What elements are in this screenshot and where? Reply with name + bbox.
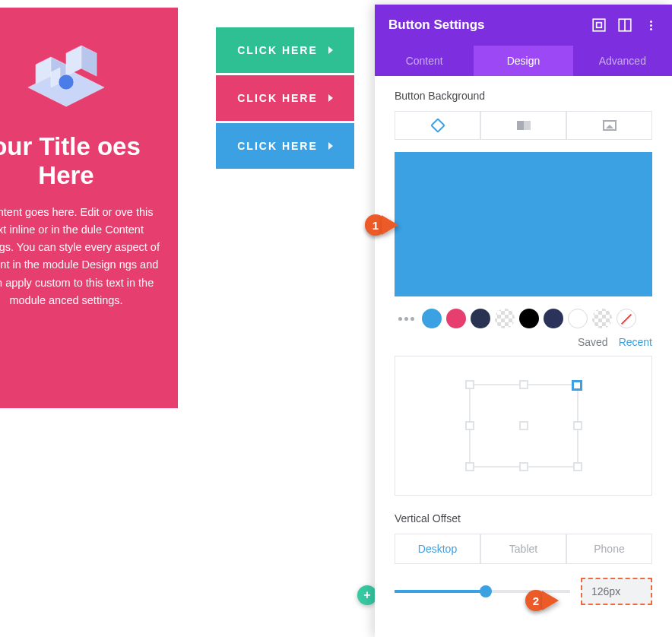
chevron-right-icon — [328, 46, 333, 54]
settings-panel: Button Settings Content Design Advanced … — [375, 5, 672, 637]
fill-icon — [430, 118, 445, 133]
svg-point-6 — [59, 74, 74, 90]
swatch-transparent-2[interactable] — [592, 309, 612, 328]
card-body: r content goes here. Edit or ove this te… — [0, 204, 160, 309]
svg-marker-4 — [81, 46, 97, 76]
panel-tabs: Content Design Advanced — [375, 46, 672, 76]
more-options-icon[interactable] — [643, 17, 658, 33]
gradient-icon — [517, 121, 531, 130]
palette-saved[interactable]: Saved — [578, 336, 608, 348]
offset-value-input[interactable]: 126px — [581, 578, 652, 605]
panel-header: Button Settings — [375, 5, 672, 46]
swatch-pink[interactable] — [446, 309, 466, 328]
origin-bot-left[interactable] — [465, 462, 474, 471]
resp-tablet[interactable]: Tablet — [480, 534, 566, 564]
swatch-transparent-1[interactable] — [495, 309, 515, 328]
image-icon — [603, 120, 617, 131]
plus-icon: + — [363, 588, 370, 602]
swatch-navy[interactable] — [471, 309, 490, 328]
bg-image-tab[interactable] — [566, 111, 652, 140]
origin-top-left[interactable] — [465, 380, 474, 389]
background-label: Button Background — [395, 90, 652, 102]
palette-row — [395, 309, 652, 328]
palette-recent[interactable]: Recent — [619, 336, 652, 348]
swatch-white[interactable] — [568, 309, 588, 328]
transform-origin-picker — [395, 356, 652, 496]
cta-button-1[interactable]: CLICK HERE — [216, 27, 354, 73]
origin-bot-center[interactable] — [519, 462, 528, 471]
offset-slider-row: 126px — [395, 578, 652, 605]
svg-rect-8 — [597, 23, 602, 28]
offset-value-text: 126px — [591, 585, 620, 597]
cta-label: CLICK HERE — [237, 140, 318, 152]
tab-content[interactable]: Content — [375, 46, 474, 76]
card-title: our Title oes Here — [0, 132, 160, 190]
svg-rect-7 — [593, 19, 605, 31]
callout-2: 2 — [525, 590, 547, 611]
cta-column: CLICK HERE CLICK HERE CLICK HERE — [216, 27, 354, 171]
cta-label: CLICK HERE — [237, 92, 318, 104]
cta-button-2[interactable]: CLICK HERE — [216, 75, 354, 121]
callout-1: 1 — [365, 214, 386, 236]
feature-card: our Title oes Here r content goes here. … — [0, 8, 178, 408]
vertical-offset-label: Vertical Offset — [395, 512, 652, 524]
bg-color-tab[interactable] — [395, 111, 480, 140]
swatch-blue[interactable] — [422, 309, 442, 328]
swatch-darknavy[interactable] — [544, 309, 563, 328]
more-palettes-icon[interactable] — [395, 317, 417, 321]
tab-advanced[interactable]: Advanced — [573, 46, 672, 76]
svg-marker-3 — [66, 46, 81, 76]
origin-mid-right[interactable] — [573, 421, 582, 430]
color-preview[interactable] — [395, 152, 652, 296]
slider-thumb[interactable] — [480, 585, 492, 597]
slider-fill — [395, 590, 486, 593]
page-canvas: our Title oes Here r content goes here. … — [0, 0, 375, 637]
panel-body: Button Background Saved Recent — [375, 76, 672, 619]
origin-top-center[interactable] — [519, 380, 528, 389]
panel-title: Button Settings — [388, 17, 581, 33]
swatch-black[interactable] — [519, 309, 539, 328]
background-type-tabs — [395, 111, 652, 140]
responsive-tabs: Desktop Tablet Phone — [395, 534, 652, 564]
dock-icon[interactable] — [617, 17, 632, 33]
chevron-right-icon — [328, 142, 333, 150]
resp-desktop[interactable]: Desktop — [395, 534, 480, 564]
bg-gradient-tab[interactable] — [480, 111, 566, 140]
origin-mid-left[interactable] — [465, 421, 474, 430]
chevron-right-icon — [328, 94, 333, 102]
palette-toggle: Saved Recent — [395, 336, 652, 348]
origin-mid-center[interactable] — [519, 421, 528, 430]
isometric-city-icon — [13, 38, 119, 114]
origin-rect — [469, 384, 578, 467]
origin-top-right-selected[interactable] — [572, 380, 582, 391]
expand-icon[interactable] — [591, 17, 607, 33]
origin-bot-right[interactable] — [573, 462, 582, 471]
swatch-none[interactable] — [617, 309, 636, 328]
cta-button-3[interactable]: CLICK HERE — [216, 123, 354, 169]
cta-label: CLICK HERE — [237, 44, 318, 56]
tab-design[interactable]: Design — [474, 46, 572, 76]
resp-phone[interactable]: Phone — [566, 534, 652, 564]
callout-arrow-icon — [382, 215, 398, 235]
callout-arrow-icon — [542, 591, 559, 610]
